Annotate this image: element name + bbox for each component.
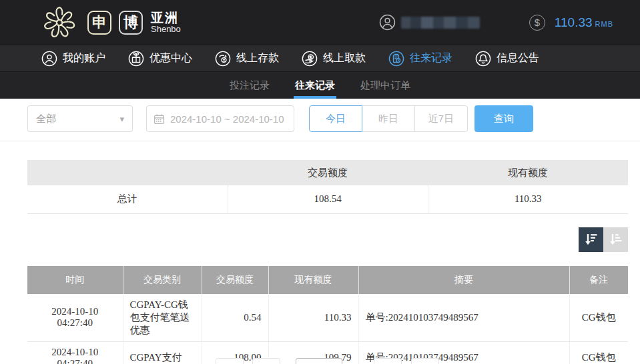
pagination-next-button[interactable] bbox=[374, 358, 402, 364]
pagination-first-button[interactable] bbox=[216, 358, 244, 364]
nav-deposit[interactable]: 线上存款 bbox=[215, 51, 279, 67]
records-icon bbox=[388, 51, 404, 67]
logo-char-1: 申 bbox=[87, 11, 111, 35]
summary-header-balance: 现有额度 bbox=[428, 160, 628, 185]
last7days-button[interactable]: 近7日 bbox=[414, 105, 468, 132]
nav-announcements[interactable]: 信息公告 bbox=[475, 51, 539, 67]
balance-value: 110.33 bbox=[555, 15, 593, 29]
nav-label: 我的账户 bbox=[63, 51, 105, 65]
yesterday-button[interactable]: 昨日 bbox=[362, 105, 415, 132]
col-summary: 摘要 bbox=[358, 266, 569, 294]
type-select[interactable]: 全部 bbox=[27, 105, 133, 132]
balance-currency-icon: $ bbox=[529, 15, 545, 31]
col-time: 时间 bbox=[27, 266, 123, 294]
cell-summary: 单号:202410103749489567 bbox=[358, 294, 569, 342]
summary-balance-total: 110.33 bbox=[428, 185, 628, 213]
site-logo[interactable]: 申 博 亚洲 Shenbo bbox=[39, 3, 181, 43]
nav-label: 信息公告 bbox=[497, 51, 539, 65]
cell-balance: 110.33 bbox=[268, 294, 358, 342]
summary-table: 交易额度 现有额度 总计 108.54 110.33 bbox=[27, 160, 628, 214]
date-range-value: 2024-10-10 ~ 2024-10-10 bbox=[170, 113, 284, 125]
search-button[interactable]: 查询 bbox=[474, 105, 533, 132]
col-type: 交易类别 bbox=[123, 266, 202, 294]
tab-betting-records[interactable]: 投注记录 bbox=[228, 72, 271, 99]
tab-pending-orders[interactable]: 处理中订单 bbox=[359, 72, 412, 99]
summary-total-row: 总计 108.54 110.33 bbox=[27, 185, 628, 213]
sort-desc-icon bbox=[584, 232, 599, 247]
nav-label: 线上取款 bbox=[323, 51, 366, 65]
nav-transaction-records[interactable]: 往来记录 bbox=[388, 51, 452, 67]
col-balance: 现有额度 bbox=[268, 266, 358, 294]
account-menu[interactable] bbox=[379, 14, 480, 31]
record-tabs: 投注记录 往来记录 处理中订单 bbox=[0, 72, 640, 99]
table-row: 2024-10-10 04:27:40 CGPAY-CG钱包支付笔笔送优惠 0.… bbox=[27, 294, 628, 342]
sort-controls bbox=[27, 227, 628, 252]
cell-type: CGPAY支付 bbox=[123, 341, 202, 364]
summary-total-label: 总计 bbox=[27, 185, 228, 213]
type-select-value: 全部 bbox=[36, 113, 56, 125]
nav-promotions[interactable]: 优惠中心 bbox=[128, 51, 192, 67]
filter-bar: 全部 2024-10-10 ~ 2024-10-10 今日 昨日 近7日 查询 bbox=[27, 105, 627, 132]
tab-transaction-records[interactable]: 往来记录 bbox=[294, 72, 336, 99]
balance-amount[interactable]: 110.33RMB bbox=[555, 15, 613, 30]
main-nav: 我的账户 优惠中心 线上存款 线上取款 bbox=[0, 45, 640, 72]
summary-header-transaction: 交易额度 bbox=[228, 160, 428, 185]
summary-transaction-total: 108.54 bbox=[228, 185, 428, 213]
section-divider bbox=[0, 141, 640, 141]
flower-logo-icon bbox=[39, 3, 80, 43]
logo-subtitle: Shenbo bbox=[151, 25, 181, 34]
pagination-last-button[interactable] bbox=[411, 358, 439, 364]
withdraw-icon bbox=[302, 51, 318, 67]
cell-note: CG钱包 bbox=[569, 294, 628, 342]
cell-type: CGPAY-CG钱包支付笔笔送优惠 bbox=[123, 294, 202, 342]
col-amount: 交易额度 bbox=[202, 266, 268, 294]
user-icon bbox=[41, 51, 57, 67]
balance-currency: RMB bbox=[595, 20, 613, 28]
records-header-row: 时间 交易类别 交易额度 现有额度 摘要 备注 bbox=[27, 266, 628, 294]
nav-label: 线上存款 bbox=[236, 51, 279, 65]
user-avatar-icon bbox=[379, 14, 396, 31]
calendar-icon bbox=[153, 113, 165, 125]
top-header: 申 博 亚洲 Shenbo $ 110.33RMB bbox=[0, 0, 640, 45]
summary-header-row: 交易额度 现有额度 bbox=[27, 160, 628, 185]
sort-asc-icon bbox=[609, 232, 623, 247]
pagination-page-select[interactable] bbox=[296, 358, 342, 364]
records-table: 时间 交易类别 交易额度 现有额度 摘要 备注 2024-10-10 04:27… bbox=[27, 266, 628, 364]
nav-withdraw[interactable]: 线上取款 bbox=[302, 51, 366, 67]
nav-label: 往来记录 bbox=[410, 51, 452, 65]
date-range-picker[interactable]: 2024-10-10 ~ 2024-10-10 bbox=[146, 105, 294, 132]
deposit-icon bbox=[215, 51, 231, 67]
today-button[interactable]: 今日 bbox=[309, 105, 362, 132]
pagination-prev-button[interactable] bbox=[252, 358, 280, 364]
gift-icon bbox=[128, 51, 144, 67]
bell-icon bbox=[475, 51, 491, 67]
summary-header-empty bbox=[27, 160, 228, 185]
cell-note: CG钱包 bbox=[569, 341, 628, 364]
main-content: 全部 2024-10-10 ~ 2024-10-10 今日 昨日 近7日 查询 … bbox=[0, 99, 640, 364]
cell-time: 2024-10-10 04:27:40 bbox=[27, 294, 123, 342]
nav-label: 优惠中心 bbox=[149, 51, 192, 65]
cell-amount: 0.54 bbox=[202, 294, 268, 342]
sort-desc-button[interactable] bbox=[579, 227, 603, 252]
logo-region: 亚洲 bbox=[151, 11, 181, 25]
cell-time: 2024-10-10 04:27:40 bbox=[27, 341, 123, 364]
quick-date-group: 今日 昨日 近7日 bbox=[309, 105, 468, 132]
username-redacted bbox=[401, 17, 480, 29]
nav-my-account[interactable]: 我的账户 bbox=[41, 51, 105, 67]
sort-asc-button[interactable] bbox=[603, 227, 628, 252]
logo-char-2: 博 bbox=[119, 11, 143, 35]
col-note: 备注 bbox=[569, 266, 628, 294]
